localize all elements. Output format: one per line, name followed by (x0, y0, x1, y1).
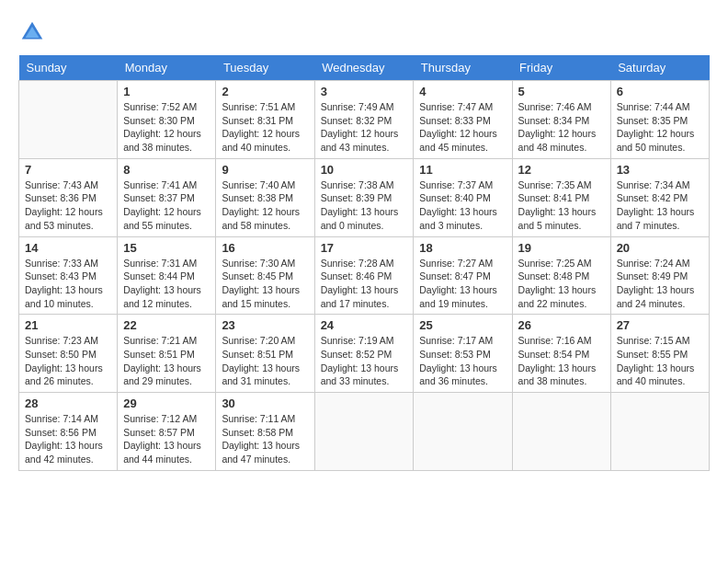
day-info: Sunrise: 7:33 AMSunset: 8:43 PMDaylight:… (25, 257, 111, 311)
day-cell: 21 Sunrise: 7:23 AMSunset: 8:50 PMDaylig… (19, 315, 118, 393)
day-number: 23 (222, 318, 308, 332)
day-number: 12 (518, 163, 605, 177)
day-number: 24 (321, 318, 408, 332)
week-row-2: 14 Sunrise: 7:33 AMSunset: 8:43 PMDaylig… (19, 236, 710, 315)
day-number: 9 (222, 163, 308, 177)
day-cell: 26 Sunrise: 7:16 AMSunset: 8:54 PMDaylig… (512, 315, 610, 393)
day-number: 20 (617, 241, 703, 255)
day-cell: 9 Sunrise: 7:40 AMSunset: 8:38 PMDayligh… (216, 158, 314, 236)
day-cell: 22 Sunrise: 7:21 AMSunset: 8:51 PMDaylig… (118, 315, 216, 393)
day-cell: 12 Sunrise: 7:35 AMSunset: 8:41 PMDaylig… (512, 158, 610, 236)
day-info: Sunrise: 7:34 AMSunset: 8:42 PMDaylight:… (617, 178, 703, 233)
week-row-0: 1 Sunrise: 7:52 AMSunset: 8:30 PMDayligh… (19, 81, 710, 159)
day-info: Sunrise: 7:28 AMSunset: 8:46 PMDaylight:… (321, 257, 408, 311)
day-cell: 8 Sunrise: 7:41 AMSunset: 8:37 PMDayligh… (118, 158, 216, 236)
header-tuesday: Tuesday (216, 55, 314, 81)
day-number: 7 (25, 163, 111, 177)
day-cell: 28 Sunrise: 7:14 AMSunset: 8:56 PMDaylig… (19, 393, 118, 471)
day-cell: 15 Sunrise: 7:31 AMSunset: 8:44 PMDaylig… (118, 236, 216, 315)
day-cell: 11 Sunrise: 7:37 AMSunset: 8:40 PMDaylig… (414, 158, 512, 236)
day-info: Sunrise: 7:31 AMSunset: 8:44 PMDaylight:… (123, 257, 210, 311)
day-cell (314, 393, 414, 471)
day-cell: 24 Sunrise: 7:19 AMSunset: 8:52 PMDaylig… (314, 315, 414, 393)
day-number: 29 (123, 396, 210, 410)
day-cell: 27 Sunrise: 7:15 AMSunset: 8:55 PMDaylig… (610, 315, 709, 393)
day-info: Sunrise: 7:27 AMSunset: 8:47 PMDaylight:… (419, 257, 506, 311)
day-cell: 1 Sunrise: 7:52 AMSunset: 8:30 PMDayligh… (118, 81, 216, 159)
header-monday: Monday (118, 55, 216, 81)
day-number: 14 (25, 241, 111, 255)
day-info: Sunrise: 7:38 AMSunset: 8:39 PMDaylight:… (321, 178, 408, 233)
header-thursday: Thursday (414, 55, 512, 81)
day-number: 27 (617, 318, 703, 332)
header-friday: Friday (512, 55, 610, 81)
header-sunday: Sunday (19, 55, 118, 81)
day-number: 1 (123, 85, 210, 98)
day-info: Sunrise: 7:25 AMSunset: 8:48 PMDaylight:… (518, 257, 605, 311)
calendar: SundayMondayTuesdayWednesdayThursdayFrid… (18, 55, 710, 471)
day-cell: 19 Sunrise: 7:25 AMSunset: 8:48 PMDaylig… (512, 236, 610, 315)
day-number: 26 (518, 318, 605, 332)
day-number: 30 (222, 396, 308, 410)
day-info: Sunrise: 7:40 AMSunset: 8:38 PMDaylight:… (222, 178, 308, 233)
day-info: Sunrise: 7:24 AMSunset: 8:49 PMDaylight:… (617, 257, 703, 311)
day-number: 22 (123, 318, 210, 332)
day-info: Sunrise: 7:16 AMSunset: 8:54 PMDaylight:… (518, 334, 605, 388)
day-number: 18 (419, 241, 506, 255)
day-number: 13 (617, 163, 703, 177)
day-info: Sunrise: 7:23 AMSunset: 8:50 PMDaylight:… (25, 334, 111, 388)
day-number: 21 (25, 318, 111, 332)
day-number: 19 (518, 241, 605, 255)
day-info: Sunrise: 7:21 AMSunset: 8:51 PMDaylight:… (123, 334, 210, 388)
header (18, 18, 710, 46)
day-number: 28 (25, 396, 111, 410)
day-cell: 4 Sunrise: 7:47 AMSunset: 8:33 PMDayligh… (414, 81, 512, 159)
day-number: 11 (419, 163, 506, 177)
logo-icon (18, 18, 46, 46)
day-info: Sunrise: 7:17 AMSunset: 8:53 PMDaylight:… (419, 334, 506, 388)
day-cell: 7 Sunrise: 7:43 AMSunset: 8:36 PMDayligh… (19, 158, 118, 236)
day-cell: 16 Sunrise: 7:30 AMSunset: 8:45 PMDaylig… (216, 236, 314, 315)
header-saturday: Saturday (610, 55, 709, 81)
day-info: Sunrise: 7:12 AMSunset: 8:57 PMDaylight:… (123, 412, 210, 466)
day-cell (512, 393, 610, 471)
day-number: 5 (518, 85, 605, 98)
day-info: Sunrise: 7:47 AMSunset: 8:33 PMDaylight:… (419, 100, 506, 155)
day-info: Sunrise: 7:41 AMSunset: 8:37 PMDaylight:… (123, 178, 210, 233)
day-info: Sunrise: 7:51 AMSunset: 8:31 PMDaylight:… (222, 100, 308, 155)
logo (18, 18, 50, 46)
week-row-3: 21 Sunrise: 7:23 AMSunset: 8:50 PMDaylig… (19, 315, 710, 393)
day-cell: 2 Sunrise: 7:51 AMSunset: 8:31 PMDayligh… (216, 81, 314, 159)
day-number: 4 (419, 85, 506, 98)
day-number: 15 (123, 241, 210, 255)
day-info: Sunrise: 7:30 AMSunset: 8:45 PMDaylight:… (222, 257, 308, 311)
day-number: 3 (321, 85, 408, 98)
day-info: Sunrise: 7:44 AMSunset: 8:35 PMDaylight:… (617, 100, 703, 155)
week-row-4: 28 Sunrise: 7:14 AMSunset: 8:56 PMDaylig… (19, 393, 710, 471)
day-cell: 5 Sunrise: 7:46 AMSunset: 8:34 PMDayligh… (512, 81, 610, 159)
day-cell: 20 Sunrise: 7:24 AMSunset: 8:49 PMDaylig… (610, 236, 709, 315)
day-number: 16 (222, 241, 308, 255)
day-info: Sunrise: 7:49 AMSunset: 8:32 PMDaylight:… (321, 100, 408, 155)
day-cell: 29 Sunrise: 7:12 AMSunset: 8:57 PMDaylig… (118, 393, 216, 471)
day-info: Sunrise: 7:19 AMSunset: 8:52 PMDaylight:… (321, 334, 408, 388)
day-number: 10 (321, 163, 408, 177)
day-number: 2 (222, 85, 308, 98)
day-cell: 23 Sunrise: 7:20 AMSunset: 8:51 PMDaylig… (216, 315, 314, 393)
day-number: 6 (617, 85, 703, 98)
day-cell: 6 Sunrise: 7:44 AMSunset: 8:35 PMDayligh… (610, 81, 709, 159)
day-info: Sunrise: 7:35 AMSunset: 8:41 PMDaylight:… (518, 178, 605, 233)
day-info: Sunrise: 7:15 AMSunset: 8:55 PMDaylight:… (617, 334, 703, 388)
day-info: Sunrise: 7:43 AMSunset: 8:36 PMDaylight:… (25, 178, 111, 233)
day-info: Sunrise: 7:52 AMSunset: 8:30 PMDaylight:… (123, 100, 210, 155)
day-info: Sunrise: 7:46 AMSunset: 8:34 PMDaylight:… (518, 100, 605, 155)
day-cell: 13 Sunrise: 7:34 AMSunset: 8:42 PMDaylig… (610, 158, 709, 236)
day-info: Sunrise: 7:37 AMSunset: 8:40 PMDaylight:… (419, 178, 506, 233)
day-number: 17 (321, 241, 408, 255)
day-cell (414, 393, 512, 471)
day-cell: 17 Sunrise: 7:28 AMSunset: 8:46 PMDaylig… (314, 236, 414, 315)
day-cell (610, 393, 709, 471)
day-cell: 25 Sunrise: 7:17 AMSunset: 8:53 PMDaylig… (414, 315, 512, 393)
calendar-header-row: SundayMondayTuesdayWednesdayThursdayFrid… (19, 55, 710, 81)
day-info: Sunrise: 7:11 AMSunset: 8:58 PMDaylight:… (222, 412, 308, 466)
